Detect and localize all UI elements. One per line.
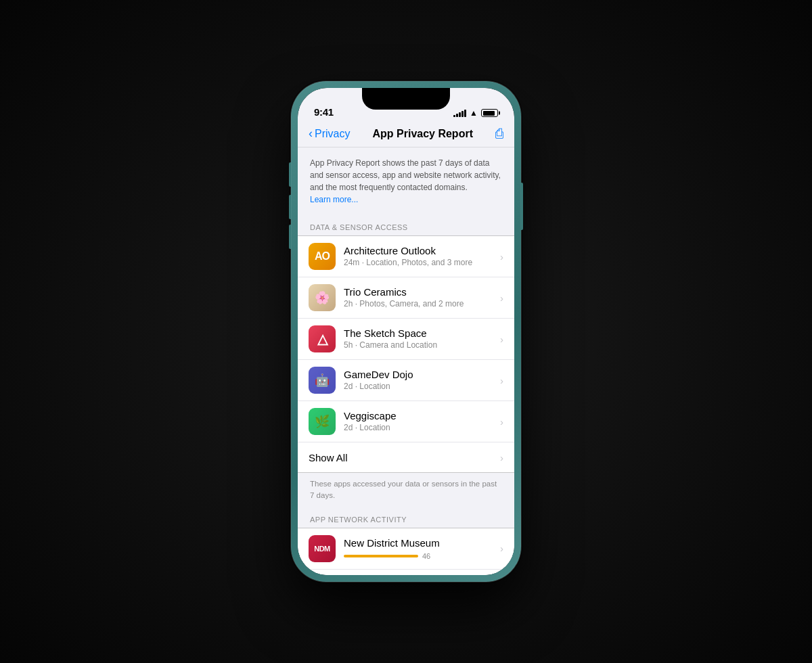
scene: 9:41 ▲ — [0, 0, 812, 663]
chevron-right-icon: › — [500, 292, 503, 304]
app-name: Architecture Outlook — [344, 244, 496, 258]
chevron-right-icon: › — [500, 416, 503, 428]
data-sensor-list: AO Architecture Outlook 24m · Location, … — [298, 235, 514, 473]
battery-fill — [483, 111, 495, 116]
app-icon-trio-ceramics: 🌸 — [309, 284, 336, 311]
app-name: The Sketch Space — [344, 327, 496, 340]
app-sub: 24m · Location, Photos, and 3 more — [344, 258, 496, 269]
app-name: New District Museum — [344, 536, 496, 550]
item-info-architecture-outlook: Architecture Outlook 24m · Location, Pho… — [344, 244, 496, 269]
screen-bezel: 9:41 ▲ — [298, 88, 514, 575]
signal-bar-1 — [453, 115, 455, 117]
back-button[interactable]: ‹ Privacy — [309, 127, 350, 141]
list-item[interactable]: 🌸 Trio Ceramics 30 › — [298, 570, 514, 576]
sensor-footer-note: These apps accessed your data or sensors… — [298, 473, 514, 505]
network-activity-list: NDM New District Museum 46 › — [298, 528, 514, 576]
status-time: 9:41 — [314, 106, 334, 118]
phone-shell: 9:41 ▲ — [291, 81, 521, 582]
chevron-left-icon: ‹ — [309, 127, 313, 141]
screen: 9:41 ▲ — [298, 88, 514, 575]
item-info-ndm: New District Museum 46 — [344, 536, 496, 561]
network-bar — [344, 555, 418, 557]
app-icon-sketch-space: △ — [309, 325, 336, 352]
app-icon-architecture-outlook: AO — [309, 243, 336, 270]
signal-bar-5 — [464, 110, 466, 117]
description-body: App Privacy Report shows the past 7 days… — [310, 158, 501, 192]
app-sub: 2d · Location — [344, 423, 496, 434]
data-sensor-header: DATA & SENSOR ACCESS — [298, 212, 514, 235]
show-all-label: Show All — [309, 452, 348, 463]
notch — [362, 88, 450, 110]
chevron-right-icon: › — [500, 334, 503, 345]
content-area: App Privacy Report shows the past 7 days… — [298, 147, 514, 575]
chevron-right-icon: › — [500, 543, 503, 554]
list-item[interactable]: 🌿 Veggiscape 2d · Location › — [298, 401, 514, 442]
list-item[interactable]: NDM New District Museum 46 › — [298, 528, 514, 570]
chevron-right-icon: › — [500, 452, 503, 463]
back-label: Privacy — [315, 128, 350, 140]
signal-bar-3 — [459, 112, 461, 117]
page-title: App Privacy Report — [372, 128, 472, 140]
chevron-right-icon: › — [500, 375, 503, 386]
battery-icon — [481, 109, 498, 117]
share-button[interactable]: ⎙ — [495, 126, 503, 141]
description-section: App Privacy Report shows the past 7 days… — [298, 147, 514, 212]
list-item[interactable]: 🌸 Trio Ceramics 2h · Photos, Camera, and… — [298, 277, 514, 319]
network-count: 46 — [422, 552, 430, 560]
show-all-button[interactable]: Show All › — [298, 442, 514, 472]
status-bar: 9:41 ▲ — [298, 88, 514, 122]
chevron-right-icon: › — [500, 251, 503, 262]
status-icons: ▲ — [453, 108, 498, 118]
app-icon-gamedev-dojo: 🤖 — [309, 367, 336, 394]
description-text: App Privacy Report shows the past 7 days… — [310, 157, 502, 206]
list-item[interactable]: △ The Sketch Space 5h · Camera and Locat… — [298, 319, 514, 360]
wifi-icon: ▲ — [470, 108, 478, 118]
item-info-veggiscape: Veggiscape 2d · Location — [344, 409, 496, 434]
app-icon-new-district-museum: NDM — [309, 535, 336, 562]
network-activity-header: APP NETWORK ACTIVITY — [298, 505, 514, 528]
list-item[interactable]: AO Architecture Outlook 24m · Location, … — [298, 236, 514, 277]
app-name: GameDev Dojo — [344, 368, 496, 382]
app-sub: 5h · Camera and Location — [344, 340, 496, 351]
item-info-gamedev-dojo: GameDev Dojo 2d · Location — [344, 368, 496, 392]
app-icon-veggiscape: 🌿 — [309, 408, 336, 435]
network-bar-container: 46 — [344, 552, 496, 560]
list-item[interactable]: 🤖 GameDev Dojo 2d · Location › — [298, 360, 514, 401]
nav-bar: ‹ Privacy App Privacy Report ⎙ — [298, 122, 514, 147]
app-name: Veggiscape — [344, 409, 496, 423]
item-info-sketch-space: The Sketch Space 5h · Camera and Locatio… — [344, 327, 496, 351]
learn-more-link[interactable]: Learn more... — [310, 195, 358, 204]
app-sub: 2h · Photos, Camera, and 2 more — [344, 299, 496, 310]
signal-bar-2 — [456, 114, 458, 117]
signal-bar-4 — [461, 111, 464, 117]
item-info-trio-ceramics: Trio Ceramics 2h · Photos, Camera, and 2… — [344, 285, 496, 310]
signal-bars-icon — [453, 110, 466, 117]
app-sub: 2d · Location — [344, 382, 496, 392]
app-name: Trio Ceramics — [344, 285, 496, 299]
